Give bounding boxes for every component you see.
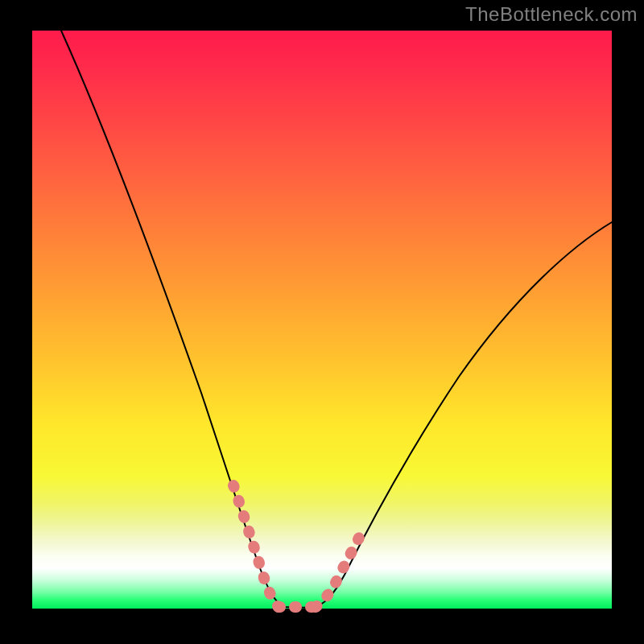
marker-band-left — [233, 485, 279, 607]
marker-band-right — [316, 538, 359, 607]
bottleneck-curve-line — [61, 31, 612, 608]
watermark-text: TheBottleneck.com — [465, 3, 638, 26]
plot-area — [32, 31, 612, 609]
chart-frame: TheBottleneck.com — [0, 0, 644, 644]
curve-svg — [32, 31, 612, 609]
